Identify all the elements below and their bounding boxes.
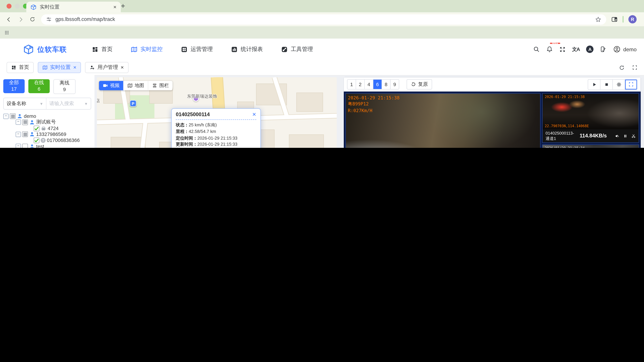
nav-tools-icon bbox=[281, 46, 288, 53]
layout-2-button[interactable]: 2 bbox=[356, 80, 364, 89]
tree-checkbox-checked[interactable] bbox=[34, 125, 40, 131]
filter-all[interactable]: 全部17 bbox=[3, 79, 25, 93]
filter-count: 17 bbox=[11, 86, 17, 92]
close-window-button[interactable] bbox=[6, 4, 12, 8]
tree-expander-icon[interactable]: − bbox=[3, 114, 9, 119]
video-frame: 2026-01-29 21:15:3822.790703N,114.14068E bbox=[543, 93, 639, 129]
map-toolbar-label: 视频 bbox=[110, 82, 120, 89]
tree-expander-icon[interactable]: − bbox=[16, 120, 21, 125]
video-tile-r2[interactable]: 2026/01/29 21:15:34 CH01,皖A00001,0 KM/H … bbox=[542, 144, 639, 148]
page-tab-2[interactable]: 用户管理✕ bbox=[85, 62, 128, 73]
search-field-select[interactable]: 设备名称▼ bbox=[4, 98, 46, 109]
apps-grid-icon[interactable] bbox=[4, 30, 10, 35]
refresh-page-icon[interactable] bbox=[619, 65, 625, 70]
layout-1-button[interactable]: 1 bbox=[348, 80, 356, 89]
tree-checkbox-partial[interactable] bbox=[22, 119, 28, 125]
restore-button[interactable]: 复原 bbox=[406, 79, 432, 89]
map-canvas[interactable]: 店东莞新瑞达装饰P墙盛源装饰材料永凤东莞镇扬玩具有限公司宝升钢材有限公司广润百货… bbox=[97, 77, 337, 148]
nav-item-1[interactable]: 实时监控 bbox=[131, 45, 163, 53]
browser-tab[interactable]: 实时位置 ✕ bbox=[26, 2, 121, 12]
layout-6-button[interactable]: 6 bbox=[373, 80, 382, 89]
user-menu[interactable]: demo bbox=[613, 45, 636, 53]
tree-item[interactable]: −demo bbox=[1, 113, 94, 119]
search-input[interactable]: 请输入搜索▼ bbox=[46, 98, 91, 109]
map-toolbar-0[interactable]: 视频 bbox=[99, 81, 124, 90]
map-toolbar-label: 地图 bbox=[135, 82, 144, 89]
tree-expander-icon[interactable]: − bbox=[16, 132, 21, 137]
video-tile-actions bbox=[615, 134, 636, 138]
video-frame: 2026/01/29 21:15:34 CH01,皖A00001,0 KM/H … bbox=[543, 145, 639, 148]
layout-8-button[interactable]: 8 bbox=[382, 80, 390, 89]
new-tab-button[interactable] bbox=[120, 3, 126, 9]
browser-profile-avatar[interactable]: R bbox=[628, 15, 636, 23]
pause-icon[interactable] bbox=[623, 134, 628, 138]
side-panel-icon[interactable] bbox=[611, 16, 618, 23]
play-all-button[interactable] bbox=[588, 79, 600, 89]
video-tile-main[interactable]: 2026-01-29 21:15:38 粤B99P12 R:027Km/H22.… bbox=[346, 93, 541, 148]
reset-icon bbox=[411, 82, 416, 87]
search-icon[interactable] bbox=[533, 46, 540, 52]
reload-icon[interactable] bbox=[30, 16, 35, 22]
site-settings-icon[interactable] bbox=[46, 16, 52, 22]
tree-checkbox-checked[interactable] bbox=[34, 137, 40, 143]
nav-item-3[interactable]: 统计报表 bbox=[231, 45, 263, 53]
scissors-icon[interactable] bbox=[631, 134, 636, 138]
filter-online[interactable]: 在线6 bbox=[28, 79, 50, 93]
mute-icon[interactable] bbox=[615, 134, 619, 138]
filter-offline[interactable]: 离线9 bbox=[53, 79, 76, 94]
tree-expander-icon[interactable]: − bbox=[16, 144, 21, 148]
nav-item-4[interactable]: 工具管理 bbox=[281, 45, 313, 53]
window-controls[interactable] bbox=[6, 4, 28, 8]
filter-label: 全部 bbox=[9, 80, 19, 86]
video-fullscreen-button[interactable] bbox=[625, 79, 637, 89]
video-settings-button[interactable] bbox=[613, 79, 625, 89]
tree-item[interactable]: 4724 bbox=[1, 125, 94, 131]
nav-item-label: 首页 bbox=[102, 45, 112, 53]
browser-tab-title: 实时位置 bbox=[40, 3, 60, 10]
map-toolbar-1[interactable]: 地图 bbox=[124, 81, 148, 90]
minimize-window-button[interactable] bbox=[15, 4, 20, 8]
tab-close-icon[interactable]: ✕ bbox=[73, 65, 77, 70]
brand[interactable]: 位软车联 bbox=[23, 44, 67, 55]
browser-menu-icon[interactable] bbox=[642, 16, 644, 22]
tree-checkbox-empty[interactable] bbox=[22, 143, 28, 148]
nav-item-2[interactable]: 运营管理 bbox=[181, 45, 213, 53]
layout-4-button[interactable]: 4 bbox=[365, 80, 373, 89]
video-frame: 2026-01-29 21:15:38 粤B99P12 R:027Km/H22.… bbox=[346, 93, 540, 148]
map-toolbar-label: 围栏 bbox=[159, 82, 169, 89]
page-tab-0[interactable]: 首页 bbox=[6, 62, 34, 73]
notifications-button[interactable]: 99+ bbox=[546, 46, 553, 52]
font-size-icon[interactable]: A bbox=[586, 45, 594, 53]
tree-checkbox-partial[interactable] bbox=[22, 131, 28, 137]
tree-item-label: test bbox=[36, 143, 44, 148]
page-tab-1[interactable]: 实时位置✕ bbox=[38, 62, 81, 73]
nav-item-label: 实时监控 bbox=[140, 45, 163, 53]
vehicle-popup: 014025000114 ✕ 状态：25 km/h (东南)里程：42.58/5… bbox=[171, 108, 261, 148]
tree-item[interactable]: −test bbox=[1, 143, 94, 148]
stop-all-button[interactable] bbox=[600, 79, 613, 89]
tree-item[interactable]: ?017006836366 bbox=[1, 137, 94, 143]
nav-item-0[interactable]: 首页 bbox=[92, 45, 112, 53]
video-tile-r1[interactable]: 2026-01-29 21:15:3822.790703N,114.14068E… bbox=[542, 93, 639, 143]
layout-9-button[interactable]: 9 bbox=[390, 80, 399, 89]
poi-marker-parking[interactable]: P bbox=[130, 100, 136, 107]
back-icon[interactable] bbox=[6, 16, 12, 22]
tab-close-icon[interactable]: ✕ bbox=[120, 65, 124, 70]
map-icon bbox=[42, 65, 48, 70]
bookmark-star-icon[interactable] bbox=[595, 16, 602, 22]
map-toolbar-2[interactable]: 围栏 bbox=[148, 81, 172, 90]
popup-field-label: 更新时间： bbox=[176, 142, 198, 147]
address-bar[interactable]: gps.lbssoft.com/map/track bbox=[41, 14, 606, 24]
tree-item[interactable]: −13327986569 bbox=[1, 131, 94, 137]
fullscreen-icon[interactable] bbox=[559, 46, 566, 52]
theme-palette-icon[interactable] bbox=[600, 46, 607, 52]
tree-checkbox-partial[interactable] bbox=[10, 113, 16, 119]
forward-icon[interactable] bbox=[18, 16, 24, 22]
popup-close-icon[interactable]: ✕ bbox=[252, 112, 256, 117]
tree-item[interactable]: −测试账号 bbox=[1, 119, 94, 125]
language-switch-icon[interactable]: 文A bbox=[572, 46, 580, 53]
tree-item-label: 4724 bbox=[48, 125, 58, 131]
tab-close-icon[interactable]: ✕ bbox=[113, 5, 117, 9]
expand-page-icon[interactable] bbox=[632, 65, 638, 70]
page-tabs-bar: 首页实时位置✕用户管理✕ bbox=[0, 60, 644, 76]
